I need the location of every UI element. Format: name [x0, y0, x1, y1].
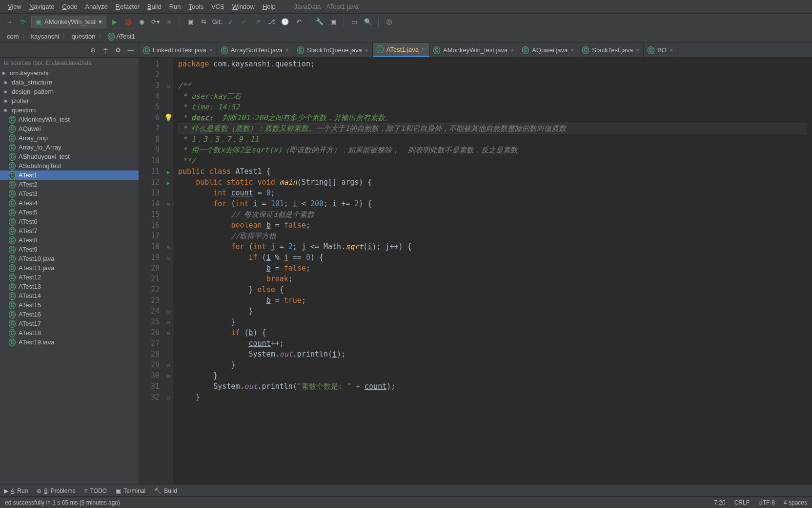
menu-build[interactable]: Build: [143, 1, 165, 12]
update-icon[interactable]: ↙: [225, 17, 236, 27]
tree-file[interactable]: ATest18: [0, 328, 139, 338]
run-config-selector[interactable]: ▣ AMonkeyWin_test ▾: [31, 16, 106, 28]
close-icon[interactable]: ×: [670, 47, 673, 54]
file-encoding[interactable]: UTF-8: [758, 499, 775, 506]
menu-run[interactable]: Run: [165, 1, 185, 12]
history-icon[interactable]: 🕐: [280, 17, 290, 27]
commit-icon[interactable]: ✓: [239, 17, 249, 27]
tree-file[interactable]: ATest15: [0, 300, 139, 310]
breadcrumb-item[interactable]: kaysanshi: [28, 32, 62, 41]
code-line[interactable]: // 每次保证i都是个素数: [178, 209, 807, 220]
close-icon[interactable]: ×: [570, 47, 574, 54]
tree-file[interactable]: ATest16: [0, 310, 139, 319]
tree-file[interactable]: ASubstringTest: [0, 161, 139, 170]
collapse-icon[interactable]: ≑: [101, 45, 110, 55]
menu-refactor[interactable]: Refactor: [112, 1, 143, 12]
coverage-icon[interactable]: ◉: [137, 17, 147, 27]
tree-file[interactable]: ATest2: [0, 180, 139, 189]
toggle-layout-icon[interactable]: ▭: [349, 17, 360, 27]
settings-icon[interactable]: 🔧: [314, 17, 325, 27]
code-line[interactable]: for (int i = 101; i < 200; i += 2) {: [178, 198, 807, 209]
tree-package[interactable]: design_pattern: [0, 87, 139, 96]
fold-icon[interactable]: ⊟: [167, 255, 170, 261]
code-line[interactable]: if (b) {: [178, 327, 807, 338]
editor-tab[interactable]: AMonkeyWin_test.java×: [429, 43, 518, 57]
editor-tab[interactable]: StackTest.java×: [578, 43, 644, 57]
code-line[interactable]: * 1，3，5，7，9，11: [178, 134, 807, 145]
menu-code[interactable]: Code: [58, 1, 81, 12]
tree-file[interactable]: ATest19.iava: [0, 338, 139, 347]
minimize-icon[interactable]: —: [126, 45, 136, 55]
bottom-tab-todo[interactable]: ≡TODO: [84, 487, 106, 494]
code-line[interactable]: public class ATest1 {: [178, 166, 807, 177]
code-editor[interactable]: 1234567891011121314151617181920212223242…: [139, 58, 812, 485]
code-line[interactable]: * 什么是素数（质数）：质数又称素数。一个大于1的自然数，除了1和它自身外，不能…: [178, 123, 807, 134]
run-gutter-icon[interactable]: ▶: [167, 169, 170, 175]
tree-file[interactable]: ATest17: [0, 319, 139, 328]
tree-file[interactable]: ATest1: [0, 170, 139, 180]
tree-package[interactable]: question: [0, 106, 139, 115]
project-structure-icon[interactable]: ▣: [185, 17, 196, 27]
code-line[interactable]: b = true;: [178, 295, 807, 306]
push-icon[interactable]: ↗: [252, 17, 263, 27]
code-line[interactable]: package com.kaysanshi.question;: [178, 59, 807, 69]
breadcrumb-item[interactable]: ATest1: [105, 32, 138, 41]
tree-package[interactable]: jzoffer: [0, 96, 139, 106]
tree-package[interactable]: om.kaysanshi: [0, 68, 139, 78]
back-icon[interactable]: →: [4, 17, 15, 27]
tree-file[interactable]: AShuduyouxi_test: [0, 152, 139, 161]
code-line[interactable]: **/: [178, 155, 807, 166]
code-line[interactable]: count++;: [178, 338, 807, 349]
menu-view[interactable]: View: [4, 1, 25, 12]
project-structure2-icon[interactable]: ▣: [328, 17, 339, 27]
fold-icon[interactable]: ⊟: [167, 374, 170, 379]
breadcrumb-item[interactable]: question: [68, 32, 98, 41]
fold-icon[interactable]: ⊟: [167, 331, 170, 336]
tree-file[interactable]: ATest14: [0, 291, 139, 300]
tree-file[interactable]: ATest12: [0, 273, 139, 282]
editor-tab[interactable]: ArraySortTest.java×: [217, 43, 293, 57]
editor-tab[interactable]: StackToQueue.java×: [293, 43, 373, 57]
code-line[interactable]: }: [178, 360, 807, 370]
code-line[interactable]: [178, 69, 807, 80]
close-icon[interactable]: ×: [636, 47, 639, 54]
tree-file[interactable]: ATest8: [0, 235, 139, 245]
code-line[interactable]: //取得平方根: [178, 231, 807, 241]
tree-file[interactable]: AMonkeyWin_test: [0, 115, 139, 124]
revert-icon[interactable]: ↶: [293, 17, 304, 27]
menu-tools[interactable]: Tools: [185, 1, 207, 12]
run-icon[interactable]: ▶: [109, 17, 120, 27]
search-icon[interactable]: 🔍: [363, 17, 373, 27]
fold-icon[interactable]: ⊟: [167, 363, 170, 368]
tree-file[interactable]: Array_to_Array: [0, 143, 139, 152]
code-line[interactable]: }: [178, 317, 807, 327]
code-line[interactable]: System.out.println("素数个数是: " + count);: [178, 381, 807, 392]
close-icon[interactable]: ×: [422, 46, 425, 53]
close-icon[interactable]: ×: [285, 47, 289, 54]
tree-file[interactable]: Array_oop: [0, 133, 139, 143]
code-line[interactable]: * 用一个数x去除2至sqrt(x)（即该数的开方），如果能被整除， 则表明此数…: [178, 145, 807, 155]
tree-file[interactable]: ATest9: [0, 245, 139, 254]
fold-icon[interactable]: ⊟: [167, 245, 170, 250]
tree-file[interactable]: ATest5: [0, 208, 139, 217]
gear-icon[interactable]: ⚙: [113, 45, 123, 55]
translate-icon[interactable]: ㊊: [384, 17, 394, 27]
tree-file[interactable]: AQuwei: [0, 124, 139, 133]
locate-icon[interactable]: ⊕: [88, 45, 98, 55]
tree-file[interactable]: ATest7: [0, 226, 139, 235]
tree-file[interactable]: ATest3: [0, 189, 139, 198]
close-icon[interactable]: ×: [510, 47, 514, 54]
breadcrumb-item[interactable]: com: [4, 32, 22, 41]
code-line[interactable]: }: [178, 392, 807, 402]
menu-vcs[interactable]: VCS: [207, 1, 228, 12]
code-line[interactable]: } else {: [178, 284, 807, 295]
cursor-position[interactable]: 7:20: [714, 499, 725, 506]
code-line[interactable]: if (i % j == 0) {: [178, 252, 807, 263]
tree-file[interactable]: ATest11.java: [0, 263, 139, 273]
menu-analyze[interactable]: Analyze: [81, 1, 111, 12]
line-separator[interactable]: CRLF: [734, 499, 750, 506]
close-icon[interactable]: ×: [209, 47, 213, 54]
tree-file[interactable]: ATest4: [0, 198, 139, 208]
code-line[interactable]: break;: [178, 274, 807, 284]
code-line[interactable]: boolean b = false;: [178, 220, 807, 231]
